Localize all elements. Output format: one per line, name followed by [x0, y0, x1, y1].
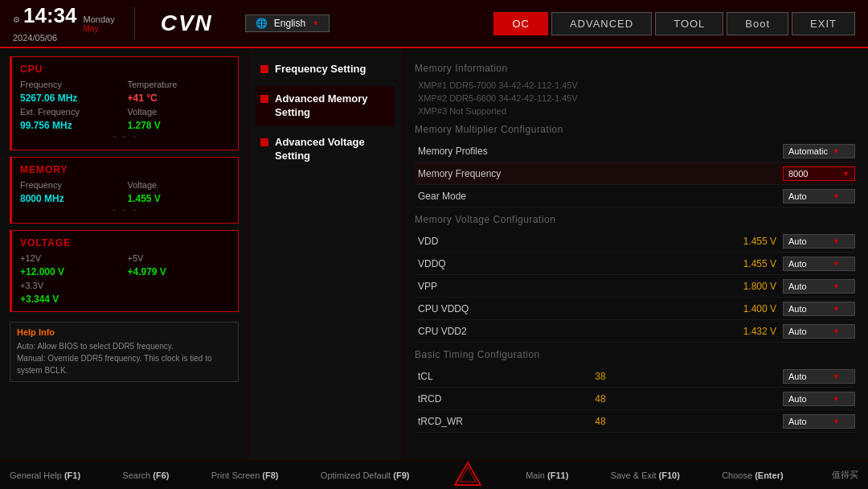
trcd-wr-value: 48: [588, 416, 612, 427]
gear-mode-row: Gear Mode Auto ▼: [415, 185, 855, 208]
search-shortcut: Search (F6): [122, 471, 169, 480]
trcd-wr-row: tRCD_WR 48 Auto ▼: [415, 410, 855, 433]
vdd-dropdown[interactable]: Auto ▼: [783, 234, 855, 249]
v5-label: +5V: [128, 253, 231, 263]
menu-label-advanced-voltage: Advanced Voltage Setting: [275, 136, 390, 163]
tcl-arrow: ▼: [833, 372, 840, 380]
main-content: CPU Frequency Temperature 5267.06 MHz +4…: [0, 48, 868, 460]
gear-mode-label: Gear Mode: [415, 191, 783, 202]
language-selector[interactable]: 🌐 English ▼: [245, 14, 330, 32]
clock-time: 14:34: [23, 5, 77, 26]
trcd-dropdown-val: Auto: [788, 394, 807, 404]
cpu-vddq-dropdown-val: Auto: [788, 304, 807, 314]
svg-marker-1: [460, 467, 476, 482]
memory-profiles-dropdown[interactable]: Automatic ▼: [783, 144, 855, 158]
nav-exit-button[interactable]: EXIT: [792, 12, 855, 35]
memory-profiles-arrow: ▼: [833, 147, 840, 155]
vddq-row: VDDQ 1.455 V Auto ▼: [415, 253, 855, 275]
clock-date: 2024/05/06: [13, 33, 115, 43]
cpu-temp-value: +41 °C: [128, 92, 231, 104]
memory-profiles-value: Automatic: [788, 146, 828, 156]
tcl-label: tCL: [415, 371, 588, 382]
mem-freq-label: Frequency: [20, 180, 123, 190]
menu-dot-advanced-memory: [260, 95, 268, 103]
cpu-ext-freq-value: 99.756 MHz: [20, 120, 123, 131]
logo-cvn: CVN: [161, 10, 213, 36]
v33-empty: [128, 281, 231, 290]
memory-info-box: MEMORY Frequency Voltage 8000 MHz 1.455 …: [10, 157, 239, 224]
trcd-wr-label: tRCD_WR: [415, 416, 588, 427]
trcd-value: 48: [588, 393, 612, 405]
memory-info-header: Memory Information: [415, 63, 855, 74]
xmp2-info: XMP#2 DDR5-6600 34-42-42-112-1.45V: [415, 92, 855, 105]
vddq-dropdown[interactable]: Auto ▼: [783, 257, 855, 271]
mem-voltage-label: Voltage: [128, 180, 231, 190]
v12-value: +12.000 V: [20, 266, 123, 277]
day-of-week: Monday: [84, 14, 115, 24]
help-title: Help Info: [17, 327, 231, 337]
voltage-title: VOLTAGE: [20, 237, 230, 249]
top-bar: ⚙ 14:34 Monday May 2024/05/06 CVN 🌐 Engl…: [0, 0, 868, 48]
trcd-label: tRCD: [415, 393, 588, 405]
cpu-vddq-label: CPU VDDQ: [415, 303, 720, 314]
menu-item-frequency[interactable]: Frequency Setting: [256, 56, 395, 83]
memory-title: MEMORY: [20, 164, 230, 175]
nav-tool-button[interactable]: TOOL: [655, 12, 723, 35]
vdd-label: VDD: [415, 236, 720, 247]
cpu-vddq-dropdown[interactable]: Auto ▼: [783, 302, 855, 316]
cpu-vdd2-row: CPU VDD2 1.432 V Auto ▼: [415, 320, 855, 343]
trcd-wr-dropdown[interactable]: Auto ▼: [783, 414, 855, 429]
cpu-vdd2-label: CPU VDD2: [415, 326, 720, 337]
menu-dot-frequency: [260, 65, 268, 73]
memory-frequency-dropdown[interactable]: 8000 ▼: [783, 166, 855, 181]
nav-advanced-button[interactable]: ADVANCED: [551, 12, 652, 35]
language-label: English: [274, 18, 305, 29]
save-exit-shortcut: Save & Exit (F10): [611, 471, 680, 480]
memory-frequency-arrow: ▼: [842, 170, 850, 178]
gear-mode-dropdown[interactable]: Auto ▼: [783, 189, 855, 203]
optimized-shortcut: Optimized Default (F9): [321, 471, 410, 480]
print-shortcut: Print Screen (F8): [211, 471, 279, 480]
nav-oc-button[interactable]: OC: [493, 12, 548, 35]
mem-freq-value: 8000 MHz: [20, 193, 123, 204]
memory-frequency-label: Memory Frequency: [415, 168, 783, 179]
tcl-dropdown-val: Auto: [788, 372, 807, 381]
cpu-vddq-arrow: ▼: [833, 305, 840, 313]
nav-buttons: OC ADVANCED TOOL Boot EXIT: [493, 12, 855, 35]
menu-item-advanced-voltage[interactable]: Advanced Voltage Setting: [256, 129, 395, 170]
cpu-info-box: CPU Frequency Temperature 5267.06 MHz +4…: [10, 56, 239, 150]
cpu-vdd2-value: 1.432 V: [720, 326, 776, 337]
vpp-row: VPP 1.800 V Auto ▼: [415, 275, 855, 298]
memory-frequency-row: Memory Frequency 8000 ▼: [415, 162, 855, 185]
middle-panel: Frequency Setting Advanced Memory Settin…: [249, 48, 402, 460]
right-panel: Memory Information XMP#1 DDR5-7000 34-42…: [402, 48, 868, 460]
cpu-freq-value: 5267.06 MHz: [20, 92, 123, 104]
v5-value: +4.979 V: [128, 266, 231, 277]
vpp-dropdown[interactable]: Auto ▼: [783, 279, 855, 294]
vpp-arrow: ▼: [833, 282, 840, 290]
trcd-dropdown[interactable]: Auto ▼: [783, 392, 855, 406]
vpp-label: VPP: [415, 281, 720, 292]
cpu-voltage-label: Voltage: [128, 107, 231, 117]
vdd-value: 1.455 V: [720, 236, 776, 247]
vddq-arrow: ▼: [833, 260, 840, 268]
tcl-dropdown[interactable]: Auto ▼: [783, 369, 855, 384]
cpu-divider: ~ ~ ~: [20, 133, 230, 142]
vpp-value: 1.800 V: [720, 281, 776, 292]
gear-mode-arrow: ▼: [833, 192, 840, 200]
vddq-label: VDDQ: [415, 258, 720, 269]
cpu-temp-label: Temperature: [128, 80, 231, 89]
mem-voltage-value: 1.455 V: [128, 193, 231, 204]
trcd-wr-dropdown-val: Auto: [788, 417, 807, 426]
help-section: Help Info Auto: Allow BIOS to select DDR…: [10, 322, 239, 382]
left-panel: CPU Frequency Temperature 5267.06 MHz +4…: [0, 48, 249, 460]
cpu-vdd2-dropdown[interactable]: Auto ▼: [783, 324, 855, 339]
cpu-vddq-value: 1.400 V: [720, 303, 776, 314]
menu-label-advanced-memory: Advanced Memory Setting: [275, 92, 390, 120]
menu-item-advanced-memory[interactable]: Advanced Memory Setting: [256, 86, 395, 126]
gear-mode-value: Auto: [788, 191, 807, 201]
voltage-info-box: VOLTAGE +12V +5V +12.000 V +4.979 V +3.3…: [10, 230, 239, 312]
nav-boot-button[interactable]: Boot: [727, 12, 788, 35]
trcd-wr-arrow: ▼: [833, 417, 840, 425]
trcd-row: tRCD 48 Auto ▼: [415, 388, 855, 410]
